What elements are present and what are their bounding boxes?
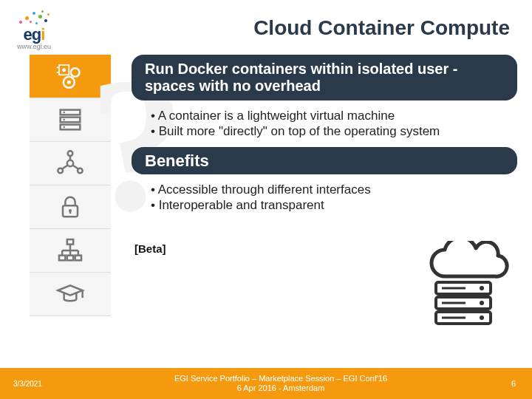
lock-icon — [55, 192, 85, 222]
network-nodes-icon — [55, 149, 85, 178]
bullet-item: Accessible through different interfaces — [151, 182, 517, 197]
svg-point-4 — [71, 68, 80, 77]
bullet-item: Built more "directly" on top of the oper… — [151, 123, 517, 139]
svg-point-1 — [62, 68, 66, 72]
footer: 3/3/2021 EGI Service Portfolio – Marketp… — [0, 368, 532, 399]
svg-point-12 — [63, 126, 65, 129]
sidebar-item-training — [30, 273, 111, 316]
content-area: ? Run Docker containers within isolated … — [0, 55, 532, 316]
page-title: Cloud Container Compute — [56, 16, 517, 40]
svg-rect-24 — [59, 256, 65, 261]
headline-block: Run Docker containers within isolated us… — [132, 55, 517, 100]
svg-rect-25 — [67, 256, 73, 261]
svg-rect-26 — [75, 256, 81, 261]
logo-url: www.egi.eu — [17, 43, 51, 50]
svg-point-36 — [480, 286, 484, 290]
footer-line1: EGI Service Portfolio – Marketplace Sess… — [66, 374, 495, 383]
svg-point-6 — [67, 81, 71, 84]
cloud-servers-icon — [415, 241, 511, 330]
logo-burst-icon — [12, 6, 56, 28]
footer-page-number: 6 — [495, 379, 532, 388]
benefits-bullets: Accessible through different interfaces … — [132, 179, 517, 221]
svg-rect-23 — [67, 239, 73, 245]
benefits-heading: Benefits — [132, 147, 517, 174]
egi-logo: egi www.egi.eu — [12, 6, 56, 50]
header: egi www.egi.eu Cloud Container Compute — [0, 0, 532, 50]
svg-line-18 — [62, 166, 68, 169]
svg-point-11 — [63, 119, 65, 121]
svg-point-14 — [68, 151, 73, 156]
storage-icon — [55, 105, 85, 134]
svg-point-10 — [63, 112, 65, 114]
footer-line2: 6 Apr 2016 - Amsterdam — [66, 383, 495, 393]
hierarchy-icon — [55, 236, 85, 265]
svg-point-15 — [58, 168, 63, 174]
graduation-cap-icon — [55, 279, 85, 309]
svg-line-19 — [72, 166, 78, 169]
description-bullets: A container is a lightweight virtual mac… — [132, 105, 517, 147]
bullet-item: A container is a lightweight virtual mac… — [151, 108, 517, 123]
bullet-item: Interoperable and transparent — [151, 197, 517, 213]
svg-point-37 — [480, 301, 484, 305]
footer-date: 3/3/2021 — [0, 380, 66, 388]
svg-point-38 — [480, 316, 484, 320]
main-content: ? Run Docker containers within isolated … — [111, 55, 532, 316]
svg-point-13 — [67, 160, 73, 166]
footer-center: EGI Service Portfolio – Marketplace Sess… — [66, 374, 495, 392]
svg-point-16 — [78, 168, 83, 174]
gears-chip-icon — [55, 61, 85, 91]
